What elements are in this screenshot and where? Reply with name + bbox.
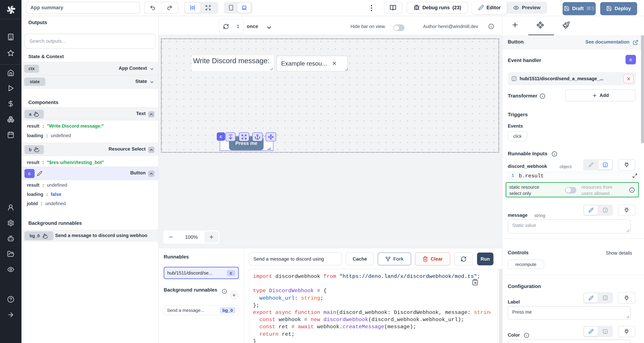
svg-text:f: f bbox=[605, 330, 606, 333]
svg-text:f: f bbox=[605, 163, 606, 166]
svg-text:f: f bbox=[605, 208, 606, 212]
svg-text:f: f bbox=[605, 296, 606, 300]
svg-text:f: f bbox=[514, 77, 515, 80]
